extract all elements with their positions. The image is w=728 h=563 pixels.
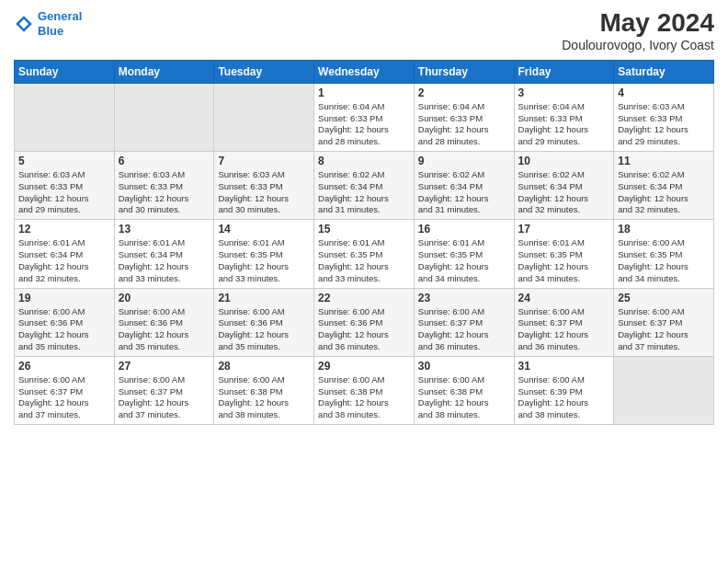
calendar-cell: 21Sunrise: 6:00 AMSunset: 6:36 PMDayligh…	[214, 288, 314, 356]
day-number: 10	[518, 155, 610, 167]
day-number: 22	[318, 292, 410, 304]
day-number: 16	[418, 223, 510, 236]
day-info: Sunrise: 6:00 AMSunset: 6:37 PMDaylight:…	[618, 306, 710, 353]
calendar-cell: 10Sunrise: 6:02 AMSunset: 6:34 PMDayligh…	[514, 152, 614, 220]
calendar-cell: 18Sunrise: 6:00 AMSunset: 6:35 PMDayligh…	[614, 220, 714, 288]
day-number: 20	[119, 292, 210, 304]
calendar-cell: 11Sunrise: 6:02 AMSunset: 6:34 PMDayligh…	[614, 152, 714, 220]
day-number: 31	[518, 360, 610, 373]
day-number: 8	[318, 155, 410, 167]
calendar-cell: 19Sunrise: 6:00 AMSunset: 6:36 PMDayligh…	[15, 288, 115, 356]
day-info: Sunrise: 6:01 AMSunset: 6:35 PMDaylight:…	[318, 237, 410, 284]
calendar-cell: 7Sunrise: 6:03 AMSunset: 6:33 PMDaylight…	[214, 152, 314, 220]
day-number: 24	[518, 292, 610, 304]
header-tuesday: Tuesday	[214, 60, 314, 83]
day-info: Sunrise: 6:01 AMSunset: 6:34 PMDaylight:…	[119, 237, 210, 284]
day-info: Sunrise: 6:02 AMSunset: 6:34 PMDaylight:…	[518, 169, 610, 216]
day-info: Sunrise: 6:03 AMSunset: 6:33 PMDaylight:…	[119, 169, 210, 216]
calendar-cell: 23Sunrise: 6:00 AMSunset: 6:37 PMDayligh…	[414, 288, 514, 356]
logo-text: General Blue	[38, 9, 82, 38]
day-info: Sunrise: 6:03 AMSunset: 6:33 PMDaylight:…	[218, 169, 310, 216]
calendar-cell: 16Sunrise: 6:01 AMSunset: 6:35 PMDayligh…	[414, 220, 514, 288]
calendar-cell	[114, 83, 214, 151]
calendar-cell: 15Sunrise: 6:01 AMSunset: 6:35 PMDayligh…	[314, 220, 415, 288]
day-number: 4	[618, 86, 710, 99]
calendar-cell: 13Sunrise: 6:01 AMSunset: 6:34 PMDayligh…	[114, 220, 214, 288]
header-thursday: Thursday	[414, 60, 514, 83]
week-row-3: 12Sunrise: 6:01 AMSunset: 6:34 PMDayligh…	[15, 220, 714, 288]
header-wednesday: Wednesday	[314, 60, 415, 83]
day-number: 9	[418, 155, 510, 167]
day-info: Sunrise: 6:00 AMSunset: 6:36 PMDaylight:…	[218, 306, 310, 353]
day-info: Sunrise: 6:00 AMSunset: 6:38 PMDaylight:…	[318, 374, 410, 421]
calendar-cell: 26Sunrise: 6:00 AMSunset: 6:37 PMDayligh…	[15, 356, 115, 424]
calendar-cell	[614, 356, 714, 424]
day-info: Sunrise: 6:00 AMSunset: 6:35 PMDaylight:…	[618, 237, 710, 284]
day-number: 13	[119, 223, 210, 236]
week-row-2: 5Sunrise: 6:03 AMSunset: 6:33 PMDaylight…	[15, 152, 714, 220]
calendar-cell: 9Sunrise: 6:02 AMSunset: 6:34 PMDaylight…	[414, 152, 514, 220]
day-info: Sunrise: 6:02 AMSunset: 6:34 PMDaylight:…	[618, 169, 710, 216]
title-block: May 2024 Doulourovogo, Ivory Coast	[562, 9, 714, 52]
calendar-cell: 2Sunrise: 6:04 AMSunset: 6:33 PMDaylight…	[414, 83, 514, 151]
day-info: Sunrise: 6:00 AMSunset: 6:37 PMDaylight:…	[518, 306, 610, 353]
day-number: 15	[318, 223, 410, 236]
day-number: 14	[218, 223, 310, 236]
day-info: Sunrise: 6:04 AMSunset: 6:33 PMDaylight:…	[318, 101, 410, 148]
header: General Blue May 2024 Doulourovogo, Ivor…	[14, 9, 714, 52]
calendar-cell: 28Sunrise: 6:00 AMSunset: 6:38 PMDayligh…	[214, 356, 314, 424]
day-info: Sunrise: 6:02 AMSunset: 6:34 PMDaylight:…	[418, 169, 510, 216]
calendar-cell: 1Sunrise: 6:04 AMSunset: 6:33 PMDaylight…	[314, 83, 415, 151]
logo-line2: Blue	[38, 24, 63, 38]
day-number: 26	[18, 360, 110, 373]
calendar-cell: 5Sunrise: 6:03 AMSunset: 6:33 PMDaylight…	[15, 152, 115, 220]
day-info: Sunrise: 6:00 AMSunset: 6:36 PMDaylight:…	[18, 306, 110, 353]
logo: General Blue	[14, 9, 82, 38]
day-number: 1	[318, 86, 410, 99]
day-number: 7	[218, 155, 310, 167]
calendar-cell: 14Sunrise: 6:01 AMSunset: 6:35 PMDayligh…	[214, 220, 314, 288]
calendar-cell: 22Sunrise: 6:00 AMSunset: 6:36 PMDayligh…	[314, 288, 415, 356]
day-info: Sunrise: 6:04 AMSunset: 6:33 PMDaylight:…	[418, 101, 510, 148]
day-info: Sunrise: 6:02 AMSunset: 6:34 PMDaylight:…	[318, 169, 410, 216]
day-info: Sunrise: 6:01 AMSunset: 6:35 PMDaylight:…	[418, 237, 510, 284]
day-number: 25	[618, 292, 710, 304]
calendar-cell: 4Sunrise: 6:03 AMSunset: 6:33 PMDaylight…	[614, 83, 714, 151]
day-info: Sunrise: 6:01 AMSunset: 6:34 PMDaylight:…	[18, 237, 110, 284]
day-number: 21	[218, 292, 310, 304]
page: General Blue May 2024 Doulourovogo, Ivor…	[0, 0, 728, 563]
header-monday: Monday	[114, 60, 214, 83]
calendar-cell: 12Sunrise: 6:01 AMSunset: 6:34 PMDayligh…	[15, 220, 115, 288]
day-info: Sunrise: 6:00 AMSunset: 6:38 PMDaylight:…	[218, 374, 310, 421]
calendar-title: May 2024	[562, 9, 714, 38]
day-number: 19	[18, 292, 110, 304]
week-row-1: 1Sunrise: 6:04 AMSunset: 6:33 PMDaylight…	[15, 83, 714, 151]
calendar-cell: 24Sunrise: 6:00 AMSunset: 6:37 PMDayligh…	[514, 288, 614, 356]
day-number: 11	[618, 155, 710, 167]
calendar-cell: 8Sunrise: 6:02 AMSunset: 6:34 PMDaylight…	[314, 152, 415, 220]
week-row-5: 26Sunrise: 6:00 AMSunset: 6:37 PMDayligh…	[15, 356, 714, 424]
day-number: 3	[518, 86, 610, 99]
day-info: Sunrise: 6:04 AMSunset: 6:33 PMDaylight:…	[518, 101, 610, 148]
calendar-cell: 3Sunrise: 6:04 AMSunset: 6:33 PMDaylight…	[514, 83, 614, 151]
calendar-subtitle: Doulourovogo, Ivory Coast	[562, 38, 714, 52]
calendar-cell: 6Sunrise: 6:03 AMSunset: 6:33 PMDaylight…	[114, 152, 214, 220]
day-number: 5	[18, 155, 110, 167]
day-info: Sunrise: 6:00 AMSunset: 6:38 PMDaylight:…	[418, 374, 510, 421]
calendar-cell	[214, 83, 314, 151]
day-number: 18	[618, 223, 710, 236]
day-info: Sunrise: 6:01 AMSunset: 6:35 PMDaylight:…	[218, 237, 310, 284]
day-number: 28	[218, 360, 310, 373]
day-info: Sunrise: 6:00 AMSunset: 6:36 PMDaylight:…	[119, 306, 210, 353]
day-number: 12	[18, 223, 110, 236]
calendar-cell	[15, 83, 115, 151]
calendar-cell: 20Sunrise: 6:00 AMSunset: 6:36 PMDayligh…	[114, 288, 214, 356]
calendar-table: Sunday Monday Tuesday Wednesday Thursday…	[14, 60, 714, 425]
calendar-cell: 31Sunrise: 6:00 AMSunset: 6:39 PMDayligh…	[514, 356, 614, 424]
calendar-cell: 30Sunrise: 6:00 AMSunset: 6:38 PMDayligh…	[414, 356, 514, 424]
day-info: Sunrise: 6:03 AMSunset: 6:33 PMDaylight:…	[618, 101, 710, 148]
day-info: Sunrise: 6:00 AMSunset: 6:37 PMDaylight:…	[418, 306, 510, 353]
calendar-cell: 17Sunrise: 6:01 AMSunset: 6:35 PMDayligh…	[514, 220, 614, 288]
day-info: Sunrise: 6:00 AMSunset: 6:36 PMDaylight:…	[318, 306, 410, 353]
day-info: Sunrise: 6:03 AMSunset: 6:33 PMDaylight:…	[18, 169, 110, 216]
